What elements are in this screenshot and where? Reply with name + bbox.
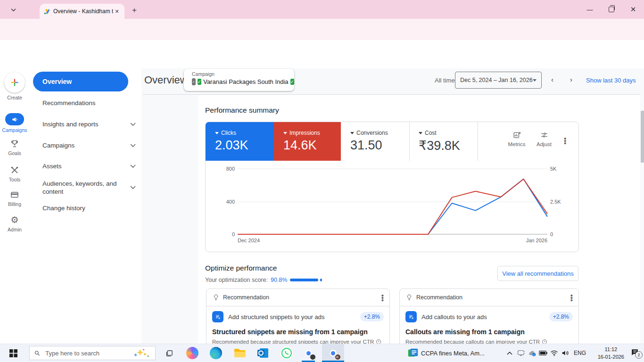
taskbar-search-box[interactable] xyxy=(29,346,156,360)
rail-item-tools[interactable]: Tools xyxy=(0,165,29,182)
prev-range-button[interactable]: ‹ xyxy=(551,75,553,83)
uplift-badge: +2.8% xyxy=(360,312,384,321)
svg-text:?: ? xyxy=(544,340,545,343)
task-view-button[interactable] xyxy=(161,344,177,362)
campaign-label: Campaign xyxy=(192,71,294,77)
chrome-window-2-icon[interactable]: K xyxy=(322,344,344,362)
rail-item-campaigns[interactable]: Campaigns xyxy=(0,113,29,133)
view-all-recommendations-button[interactable]: View all recommendations xyxy=(497,266,578,281)
left-tick: 800 xyxy=(226,166,235,172)
recommendation-action[interactable]: Add structured snippets to your ads xyxy=(228,313,355,321)
nav-item-insights-reports[interactable]: Insights and reports xyxy=(42,121,124,128)
tab-search-button[interactable] xyxy=(8,5,18,15)
nav-item-assets[interactable]: Assets xyxy=(42,163,124,170)
check-icon: ✓ xyxy=(198,79,201,85)
whatsapp-app-icon[interactable] xyxy=(277,344,296,362)
tab-title: Overview - Kashidham tour and xyxy=(53,8,113,15)
page-scrollbar[interactable] xyxy=(641,111,644,163)
right-tick: 0 xyxy=(550,231,553,237)
edge-app-icon[interactable] xyxy=(206,344,225,362)
rail-item-admin[interactable]: ⚙ Admin xyxy=(0,215,29,232)
rail-item-billing[interactable]: Billing xyxy=(0,190,29,207)
adjust-button[interactable]: Adjust xyxy=(531,131,557,147)
lightbulb-icon xyxy=(212,294,220,301)
date-range-picker[interactable]: Dec 5, 2024 – Jan 16, 2026 xyxy=(455,72,542,89)
show-last-30-days-link[interactable]: Show last 30 days xyxy=(586,77,636,84)
google-ads-favicon xyxy=(43,8,50,15)
chrome-window-1-icon[interactable] xyxy=(299,344,318,362)
nav-item-recommendations[interactable]: Recommendations xyxy=(42,99,124,107)
nav-item-campaigns[interactable]: Campaigns xyxy=(42,142,124,149)
performance-summary-card: Clicks 2.03K Impressions 14.6K Conversio… xyxy=(205,122,579,252)
wifi-tray-icon[interactable] xyxy=(548,344,560,362)
section-divider xyxy=(143,94,640,95)
tray-expand-button[interactable] xyxy=(504,344,515,362)
language-indicator[interactable]: ENG xyxy=(571,344,588,362)
copilot-icon xyxy=(186,347,198,359)
cast-icon xyxy=(517,350,525,356)
next-range-button[interactable]: › xyxy=(570,75,572,83)
edge-icon xyxy=(210,347,222,359)
summary-menu-icon[interactable]: ••• xyxy=(564,137,566,144)
task-view-icon xyxy=(165,349,173,357)
campaign-selector[interactable]: Campaign ⌕ ✓ Varanasi Packages South Ind… xyxy=(184,69,294,91)
performance-chart[interactable]: 800 400 0 5K 2.5K 0 Dec 2024 Jan 2026 xyxy=(206,161,579,252)
metric-card-cost[interactable]: Cost ₹39.8K xyxy=(409,122,478,161)
new-tab-button[interactable]: + xyxy=(132,6,137,15)
metric-card-clicks[interactable]: Clicks 2.03K xyxy=(206,122,274,161)
screen: Overview - Kashidham tour and ✕ + — ✕ ← … xyxy=(0,0,644,362)
file-explorer-app-icon[interactable] xyxy=(230,344,249,362)
cast-tray-icon[interactable] xyxy=(516,344,526,362)
window-minimize-button[interactable]: — xyxy=(579,0,601,19)
windows-logo-icon xyxy=(9,349,17,357)
browser-tab[interactable]: Overview - Kashidham tour and ✕ xyxy=(40,4,124,19)
nav-item-change-history[interactable]: Change history xyxy=(42,205,124,212)
metrics-button[interactable]: Metrics xyxy=(504,131,530,147)
card-menu-icon[interactable]: ••• xyxy=(381,294,384,301)
taskbar-search-input[interactable] xyxy=(44,349,129,357)
rail-item-goals[interactable]: Goals xyxy=(0,139,29,156)
create-button[interactable] xyxy=(4,72,25,93)
copilot-app-icon[interactable] xyxy=(183,344,202,362)
folder-icon xyxy=(233,347,246,359)
x-label-start: Dec 2024 xyxy=(238,238,260,243)
recommendation-title: Structured snippets are missing from 1 c… xyxy=(206,322,389,336)
wifi-icon xyxy=(550,350,558,356)
battery-tray-icon[interactable] xyxy=(537,344,549,362)
main-content: Overview Campaign ⌕ ✓ Varanasi Packages … xyxy=(141,68,644,344)
card-menu-icon[interactable]: ••• xyxy=(570,294,573,301)
notification-center-button[interactable]: 2 xyxy=(630,348,639,359)
gear-icon: ⚙ xyxy=(10,215,18,225)
left-tick: 0 xyxy=(232,231,235,237)
metric-card-impressions[interactable]: Impressions 14.6K xyxy=(274,122,341,161)
recommendation-action[interactable]: Add callouts to your ads xyxy=(421,313,545,321)
optimization-score-bar xyxy=(290,279,318,281)
news-icon xyxy=(407,347,419,359)
metric-caret-icon xyxy=(419,132,422,134)
megaphone-icon xyxy=(11,116,18,123)
volume-tray-icon[interactable] xyxy=(559,344,571,362)
onedrive-tray-icon[interactable]: i xyxy=(527,344,538,362)
cloud-icon: i xyxy=(528,350,537,357)
clicks-line xyxy=(238,179,547,234)
plus-icon xyxy=(10,78,19,87)
start-button[interactable] xyxy=(4,344,23,362)
page-title: Overview xyxy=(144,74,188,86)
metric-card-conversions[interactable]: Conversions 31.50 xyxy=(341,122,409,161)
news-widget-icon[interactable] xyxy=(405,344,421,362)
window-close-button[interactable]: ✕ xyxy=(622,0,644,19)
nav-item-audiences-keywords-content[interactable]: Audiences, keywords, and content xyxy=(42,180,124,196)
rail-item-create[interactable]: Create xyxy=(0,72,29,100)
chevron-down-icon xyxy=(130,123,136,126)
window-restore-button[interactable] xyxy=(601,0,622,19)
taskbar-clock[interactable]: 11:12 16-01-2026 xyxy=(598,346,624,361)
nav-item-overview[interactable]: Overview xyxy=(33,72,128,91)
news-ticker[interactable]: CCPA fines Meta, Am... xyxy=(421,344,504,362)
battery-icon xyxy=(539,350,547,356)
tab-close-icon[interactable]: ✕ xyxy=(113,8,121,15)
sidebar-nav: Overview Recommendations Insights and re… xyxy=(29,68,141,344)
clock-date: 16-01-2026 xyxy=(598,353,624,361)
tools-icon xyxy=(10,165,19,175)
clicks-value: 2.03K xyxy=(215,138,274,153)
outlook-app-icon[interactable] xyxy=(254,344,272,362)
